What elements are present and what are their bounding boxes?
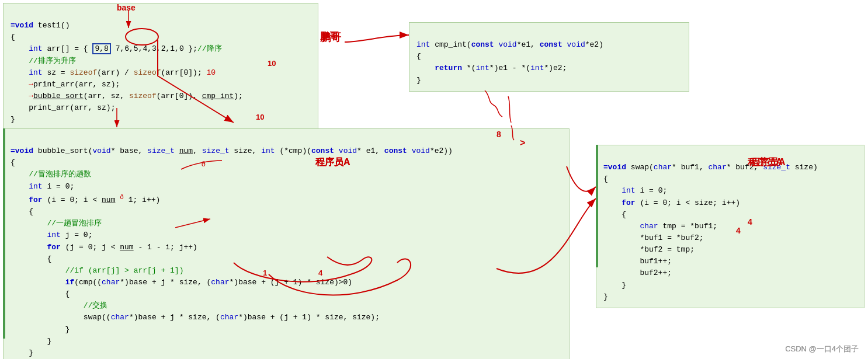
cmp-int-block: int cmp_int(const void*e1, const void*e2… bbox=[409, 22, 689, 92]
swap-green-bar bbox=[596, 145, 598, 267]
peng-label-text: 鹏哥 bbox=[320, 30, 341, 44]
base-annotation: base bbox=[117, 3, 136, 12]
bubble-sort-green-bar bbox=[3, 128, 5, 339]
test1-block: =void test1() { int arr[] = { 9,8 7,6,5,… bbox=[3, 3, 318, 131]
programmer-a-label2: 程序员A bbox=[751, 156, 786, 169]
watermark-text: CSDN @一口4个团子 bbox=[785, 344, 859, 354]
bubble-sort-block: =void bubble_sort(void* base, size_t num… bbox=[3, 128, 570, 359]
programmer-a-label1: 程序员A bbox=[315, 156, 350, 169]
swap-block: =void swap(char* buf1, char* buf2, size_… bbox=[596, 145, 864, 308]
